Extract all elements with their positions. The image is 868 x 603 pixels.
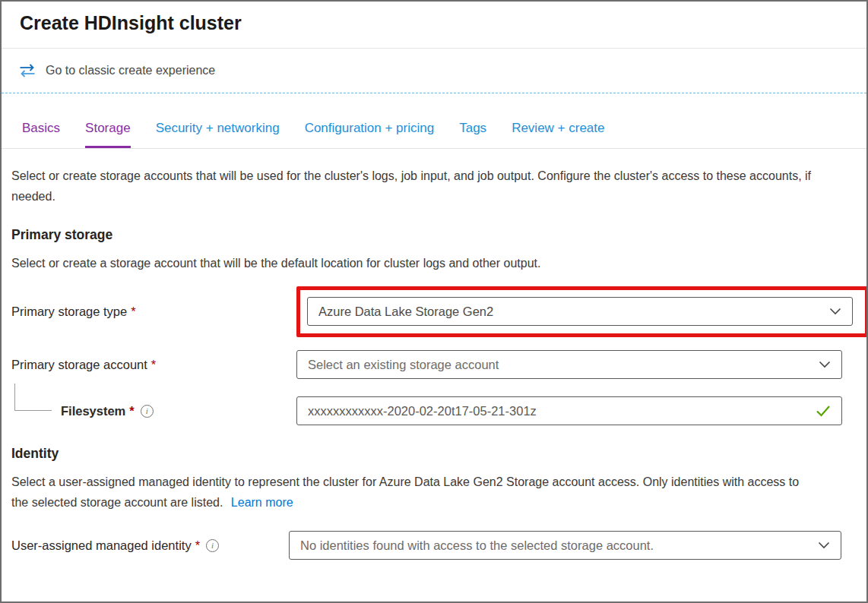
primary-storage-account-label: Primary storage account * xyxy=(11,358,296,372)
identity-description: Select a user-assigned managed identity … xyxy=(11,472,817,513)
classic-create-link-label: Go to classic create experience xyxy=(46,64,215,77)
tab-security-networking[interactable]: Security + networking xyxy=(156,121,280,148)
primary-storage-account-row: Primary storage account * Select an exis… xyxy=(11,350,856,379)
blade-header: Create HDInsight cluster xyxy=(2,2,866,49)
primary-storage-type-label: Primary storage type * xyxy=(11,305,296,319)
tab-tags[interactable]: Tags xyxy=(459,121,486,148)
tree-branch-connector xyxy=(14,384,52,411)
filesystem-field xyxy=(296,396,842,425)
chevron-down-icon xyxy=(829,308,841,315)
managed-identity-label: User-assigned managed identity * xyxy=(11,538,289,553)
tab-storage[interactable]: Storage xyxy=(85,121,131,148)
primary-storage-heading: Primary storage xyxy=(11,227,856,243)
info-icon[interactable] xyxy=(141,405,154,418)
required-asterisk: * xyxy=(195,538,200,553)
primary-storage-account-dropdown[interactable]: Select an existing storage account xyxy=(296,350,842,379)
storage-tab-description: Select or create storage accounts that w… xyxy=(11,166,817,207)
required-asterisk: * xyxy=(151,358,156,372)
red-highlight-annotation: Azure Data Lake Storage Gen2 xyxy=(296,286,868,337)
required-asterisk: * xyxy=(129,404,134,418)
managed-identity-placeholder: No identities found with access to the s… xyxy=(300,538,812,553)
valid-checkmark-icon xyxy=(816,405,831,417)
info-icon[interactable] xyxy=(206,539,219,552)
primary-storage-account-placeholder: Select an existing storage account xyxy=(308,358,813,372)
create-hdinsight-cluster-page: { "header": { "title": "Create HDInsight… xyxy=(0,0,868,603)
form-step-tabs: Basics Storage Security + networking Con… xyxy=(2,93,866,149)
tab-configuration-pricing[interactable]: Configuration + pricing xyxy=(305,121,435,148)
chevron-down-icon xyxy=(819,361,831,368)
swap-arrows-icon xyxy=(18,63,36,78)
required-asterisk: * xyxy=(131,305,135,319)
primary-storage-type-value: Azure Data Lake Storage Gen2 xyxy=(318,305,823,319)
primary-storage-type-row: Primary storage type * Azure Data Lake S… xyxy=(11,286,856,337)
managed-identity-row: User-assigned managed identity * No iden… xyxy=(11,531,856,560)
identity-heading: Identity xyxy=(11,446,856,462)
filesystem-label: Filesystem * xyxy=(11,404,296,418)
primary-storage-type-dropdown[interactable]: Azure Data Lake Storage Gen2 xyxy=(307,297,853,326)
page-title: Create HDInsight cluster xyxy=(20,12,848,34)
primary-storage-description: Select or create a storage account that … xyxy=(11,253,817,273)
tab-review-create[interactable]: Review + create xyxy=(512,121,604,148)
managed-identity-dropdown[interactable]: No identities found with access to the s… xyxy=(289,531,841,560)
classic-create-link[interactable]: Go to classic create experience xyxy=(2,49,866,93)
storage-tab-content: Select or create storage accounts that w… xyxy=(2,166,866,560)
tab-basics[interactable]: Basics xyxy=(22,121,60,148)
learn-more-link[interactable]: Learn more xyxy=(231,496,293,509)
filesystem-input[interactable] xyxy=(308,404,809,418)
chevron-down-icon xyxy=(818,541,830,549)
filesystem-row: Filesystem * xyxy=(11,396,856,425)
